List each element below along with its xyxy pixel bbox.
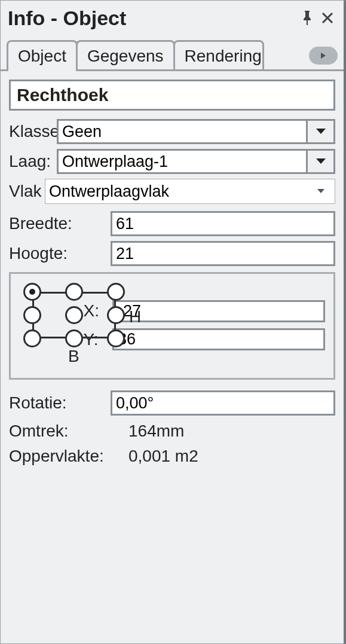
hoogte-input[interactable] [111, 241, 335, 266]
chevron-down-icon[interactable] [306, 121, 333, 142]
klasse-input[interactable] [59, 121, 306, 142]
anchor-top-right[interactable] [107, 283, 125, 301]
anchor-b-label: B [68, 347, 79, 366]
panel-titlebar: Info - Object [1, 1, 344, 38]
anchor-mid-right[interactable] [107, 306, 125, 324]
breedte-row: Breedte: [9, 211, 335, 236]
y-input[interactable] [112, 328, 325, 350]
tab-gegevens[interactable]: Gegevens [76, 40, 175, 69]
panel-content: Rechthoek Klasse Laag: Vlak [1, 71, 344, 466]
anchor-h-label: H [129, 307, 141, 326]
anchor-bot-right[interactable] [107, 329, 125, 347]
anchor-top-center[interactable] [65, 283, 83, 301]
anchor-bot-left[interactable] [23, 329, 41, 347]
info-object-panel: Info - Object Object Gegevens Rendering … [0, 0, 346, 644]
rotatie-input[interactable] [111, 390, 335, 416]
pin-icon[interactable] [297, 8, 317, 28]
x-input[interactable] [112, 300, 325, 322]
close-icon[interactable] [317, 8, 338, 28]
chevron-down-icon[interactable] [307, 179, 335, 203]
rotatie-label: Rotatie: [9, 393, 111, 413]
anchor-mid-center[interactable] [65, 306, 83, 324]
vlak-input[interactable] [45, 179, 307, 203]
chevron-down-icon[interactable] [306, 151, 333, 172]
omtrek-value: 164mm [128, 422, 184, 441]
laag-row: Laag: [9, 149, 335, 174]
oppervlakte-label: Oppervlakte: [9, 447, 128, 466]
klasse-row: Klasse [9, 119, 335, 144]
anchor-top-left[interactable] [23, 283, 41, 301]
vlak-row: Vlak [9, 179, 335, 204]
tab-object[interactable]: Object [7, 40, 78, 69]
rotatie-row: Rotatie: [9, 390, 335, 416]
panel-title: Info - Object [8, 7, 297, 30]
shape-name: Rechthoek [9, 80, 335, 111]
anchor-mid-left[interactable] [23, 306, 41, 324]
omtrek-row: Omtrek: 164mm [9, 422, 335, 441]
position-group: H B X: Y: [9, 272, 335, 380]
tab-strip: Object Gegevens Rendering [1, 38, 344, 71]
klasse-label: Klasse [9, 122, 57, 141]
hoogte-row: Hoogte: [9, 241, 335, 266]
klasse-combo[interactable] [57, 119, 335, 144]
anchor-bot-center[interactable] [65, 329, 83, 347]
oppervlakte-value: 0,001 m2 [128, 447, 198, 466]
hoogte-label: Hoogte: [9, 244, 111, 263]
laag-input[interactable] [59, 151, 306, 172]
breedte-label: Breedte: [9, 214, 111, 233]
vlak-combo[interactable] [45, 179, 335, 204]
laag-combo[interactable] [57, 149, 335, 174]
vlak-label: Vlak [9, 182, 45, 201]
oppervlakte-row: Oppervlakte: 0,001 m2 [9, 447, 335, 466]
tab-rendering[interactable]: Rendering [173, 40, 264, 69]
tab-overflow-button[interactable] [309, 47, 338, 65]
anchor-widget[interactable]: H B [24, 283, 71, 367]
omtrek-label: Omtrek: [9, 422, 128, 441]
laag-label: Laag: [9, 152, 57, 171]
breedte-input[interactable] [111, 211, 335, 236]
xy-inputs [112, 300, 325, 350]
